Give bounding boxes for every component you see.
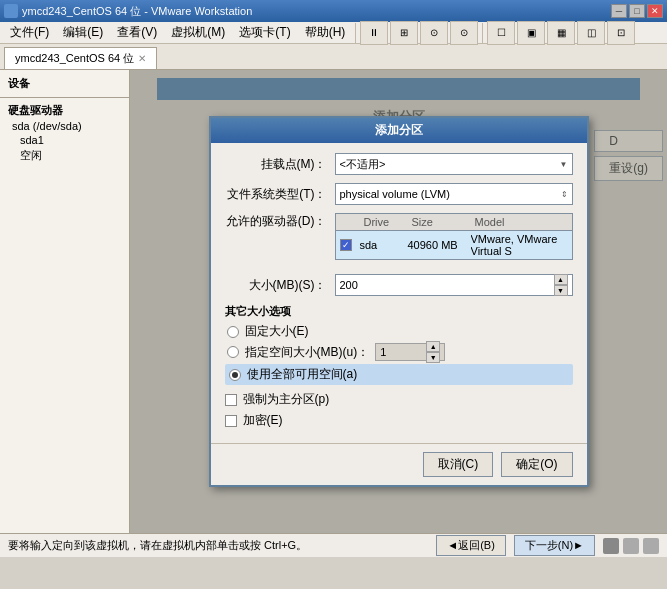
drive-size: 40960 MB (408, 239, 463, 251)
toolbar-btn4[interactable]: ⊙ (450, 21, 478, 45)
menubar: 文件(F) 编辑(E) 查看(V) 虚拟机(M) 选项卡(T) 帮助(H) ⏸ … (0, 22, 667, 44)
drive-model: VMware, VMware Virtual S (471, 233, 568, 257)
mount-select[interactable]: <不适用> ▼ (335, 153, 573, 175)
mount-control: <不适用> ▼ (335, 153, 573, 175)
check-primary-row: 强制为主分区(p) (225, 391, 573, 408)
main-content: 设备 硬盘驱动器 sda (/dev/sda) sda1 空闲 添加分区 D 重… (0, 70, 667, 533)
maximize-button[interactable]: □ (629, 4, 645, 18)
sidebar-item-free[interactable]: 空闲 (0, 147, 129, 164)
toolbar-btn9[interactable]: ⊡ (607, 21, 635, 45)
fs-row: 文件系统类型(T)： physical volume (LVM) ⇕ (225, 183, 573, 205)
ok-button[interactable]: 确定(O) (501, 452, 572, 477)
radio-specify[interactable] (227, 346, 239, 358)
radio-all[interactable] (229, 369, 241, 381)
menu-file[interactable]: 文件(F) (4, 22, 55, 43)
radio-fixed[interactable] (227, 326, 239, 338)
window-title: ymcd243_CentOS 64 位 - VMware Workstation (22, 4, 252, 19)
status-icon-3 (643, 538, 659, 554)
close-button[interactable]: ✕ (647, 4, 663, 18)
minimize-button[interactable]: ─ (611, 4, 627, 18)
check-encrypt-label: 加密(E) (243, 412, 283, 429)
back-button[interactable]: ◄返回(B) (436, 535, 506, 556)
check-encrypt[interactable] (225, 415, 237, 427)
sep1 (355, 23, 356, 43)
other-size-header: 其它大小选项 (225, 304, 573, 319)
radio-fixed-label: 固定大小(E) (245, 323, 309, 340)
titlebar-buttons[interactable]: ─ □ ✕ (611, 4, 663, 18)
sidebar: 设备 硬盘驱动器 sda (/dev/sda) sda1 空闲 (0, 70, 130, 533)
radio-fixed-row: 固定大小(E) (225, 323, 573, 340)
mount-arrow-icon: ▼ (560, 160, 568, 169)
menu-vm[interactable]: 虚拟机(M) (165, 22, 231, 43)
drive-table-header: Drive Size Model (336, 214, 572, 231)
fs-value: physical volume (LVM) (340, 188, 450, 200)
drive-table: Drive Size Model sda 40960 MB VMware, VM… (335, 213, 573, 260)
size-spin-down[interactable]: ▼ (554, 285, 568, 296)
sidebar-item-free-label: 空闲 (20, 149, 42, 161)
next-button[interactable]: 下一步(N)► (514, 535, 595, 556)
sidebar-item-sda1-label: sda1 (20, 134, 44, 146)
toolbar-btn7[interactable]: ▦ (547, 21, 575, 45)
titlebar: ymcd243_CentOS 64 位 - VMware Workstation… (0, 0, 667, 22)
drive-checkbox[interactable] (340, 239, 352, 251)
specify-size-spinbox[interactable]: 1 ▲ ▼ (375, 343, 445, 361)
sidebar-item-hdd[interactable]: 硬盘驱动器 (0, 102, 129, 119)
size-spin-buttons[interactable]: ▲ ▼ (554, 274, 568, 296)
sidebar-item-hdd-label: 硬盘驱动器 (8, 104, 63, 116)
check-encrypt-row: 加密(E) (225, 412, 573, 429)
toolbar-btn8[interactable]: ◫ (577, 21, 605, 45)
size-spinbox[interactable]: 200 ▲ ▼ (335, 274, 573, 296)
size-row: 大小(MB)(S)： 200 ▲ ▼ (225, 274, 573, 296)
content-panel: 添加分区 D 重设(g) 添加分区 挂载点(M)： <不适用> (130, 70, 667, 533)
drives-control: Drive Size Model sda 40960 MB VMware, VM… (335, 213, 573, 266)
toolbar-btn6[interactable]: ▣ (517, 21, 545, 45)
size-spin-up[interactable]: ▲ (554, 274, 568, 285)
col-drive-header: Drive (364, 216, 404, 228)
tab-vm[interactable]: ymcd243_CentOS 64 位 ✕ (4, 47, 157, 69)
tab-vm-label: ymcd243_CentOS 64 位 (15, 51, 134, 66)
bottom-bar: 要将输入定向到该虚拟机，请在虚拟机内部单击或按 Ctrl+G。 ◄返回(B) 下… (0, 533, 667, 557)
sidebar-item-sda[interactable]: sda (/dev/sda) (0, 119, 129, 133)
menu-tabs[interactable]: 选项卡(T) (233, 22, 296, 43)
size-control: 200 ▲ ▼ (335, 274, 573, 296)
modal-backdrop: 添加分区 挂载点(M)： <不适用> ▼ (130, 70, 667, 533)
pause-btn[interactable]: ⏸ (360, 21, 388, 45)
titlebar-left: ymcd243_CentOS 64 位 - VMware Workstation (4, 4, 252, 19)
tabbar: ymcd243_CentOS 64 位 ✕ (0, 44, 667, 70)
dialog-title: 添加分区 (211, 118, 587, 143)
check-primary[interactable] (225, 394, 237, 406)
specify-spin-down[interactable]: ▼ (426, 352, 440, 363)
drives-label: 允许的驱动器(D)： (225, 213, 335, 230)
bottom-right: ◄返回(B) 下一步(N)► (436, 535, 659, 556)
col-size-header: Size (412, 216, 467, 228)
fs-arrow-icon: ⇕ (561, 190, 568, 199)
fs-label: 文件系统类型(T)： (225, 186, 335, 203)
mount-label: 挂载点(M)： (225, 156, 335, 173)
toolbar-btn2[interactable]: ⊞ (390, 21, 418, 45)
specify-spin-up[interactable]: ▲ (426, 341, 440, 352)
radio-specify-row: 指定空间大小(MB)(u)： 1 ▲ ▼ (225, 343, 573, 361)
col-model-header: Model (475, 216, 568, 228)
cancel-button[interactable]: 取消(C) (423, 452, 494, 477)
add-partition-dialog: 添加分区 挂载点(M)： <不适用> ▼ (209, 116, 589, 487)
menu-edit[interactable]: 编辑(E) (57, 22, 109, 43)
toolbar-btn3[interactable]: ⊙ (420, 21, 448, 45)
menu-view[interactable]: 查看(V) (111, 22, 163, 43)
size-value: 200 (340, 279, 358, 291)
drive-name: sda (360, 239, 400, 251)
sidebar-divider (0, 97, 129, 98)
size-label: 大小(MB)(S)： (225, 277, 335, 294)
table-row[interactable]: sda 40960 MB VMware, VMware Virtual S (336, 231, 572, 259)
specify-spin-btns[interactable]: ▲ ▼ (426, 341, 440, 363)
fs-select[interactable]: physical volume (LVM) ⇕ (335, 183, 573, 205)
radio-specify-label: 指定空间大小(MB)(u)： (245, 344, 370, 361)
sidebar-item-sda1[interactable]: sda1 (0, 133, 129, 147)
radio-group: 固定大小(E) 指定空间大小(MB)(u)： 1 ▲ ▼ (225, 323, 573, 385)
menu-help[interactable]: 帮助(H) (299, 22, 352, 43)
app-icon (4, 4, 18, 18)
tab-close-icon[interactable]: ✕ (138, 53, 146, 64)
status-icon-2 (623, 538, 639, 554)
specify-size-value: 1 (380, 346, 386, 358)
sidebar-item-sda-label: sda (/dev/sda) (12, 120, 82, 132)
toolbar-btn5[interactable]: ☐ (487, 21, 515, 45)
